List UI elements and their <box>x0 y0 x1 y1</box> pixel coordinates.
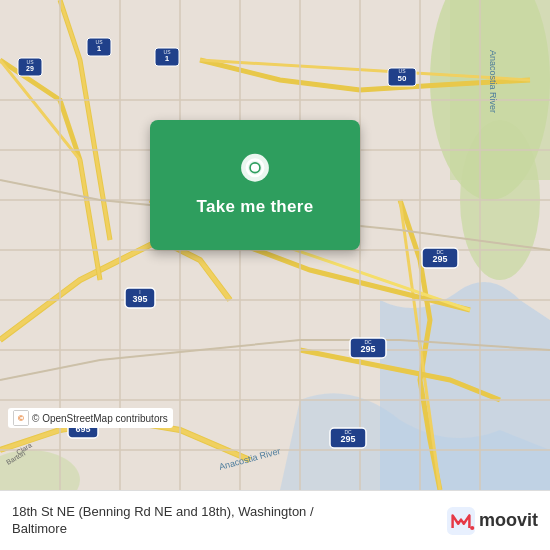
info-bar: 18th St NE (Benning Rd NE and 18th), Was… <box>0 490 550 550</box>
svg-text:DC: DC <box>364 339 372 345</box>
svg-point-57 <box>251 164 259 172</box>
osm-text: © OpenStreetMap contributors <box>32 413 168 424</box>
svg-text:295: 295 <box>340 434 355 444</box>
svg-text:1: 1 <box>97 44 102 53</box>
svg-rect-3 <box>450 0 550 180</box>
svg-text:US: US <box>399 68 407 74</box>
location-name-line2: Baltimore <box>12 521 447 538</box>
svg-text:50: 50 <box>398 74 407 83</box>
svg-text:©: © <box>18 414 24 423</box>
take-me-there-button[interactable]: Take me there <box>150 120 360 250</box>
svg-text:US: US <box>96 39 104 45</box>
moovit-icon <box>447 507 475 535</box>
osm-attribution: © © OpenStreetMap contributors <box>8 408 173 428</box>
svg-text:US: US <box>27 59 35 65</box>
location-name-line1: 18th St NE (Benning Rd NE and 18th), Was… <box>12 504 447 521</box>
svg-text:395: 395 <box>132 294 147 304</box>
svg-text:DC: DC <box>436 249 444 255</box>
svg-text:29: 29 <box>26 65 34 72</box>
location-pin-icon <box>237 153 273 189</box>
svg-text:I: I <box>139 289 140 295</box>
moovit-logo: moovit <box>447 507 538 535</box>
take-me-there-label: Take me there <box>197 197 314 217</box>
svg-text:1: 1 <box>165 54 170 63</box>
svg-text:295: 295 <box>432 254 447 264</box>
svg-text:Anacostia River: Anacostia River <box>488 50 498 113</box>
location-info: 18th St NE (Benning Rd NE and 18th), Was… <box>12 504 447 538</box>
svg-text:US: US <box>164 49 172 55</box>
svg-text:DC: DC <box>344 429 352 435</box>
map-container[interactable]: 1 US 29 US 50 US 395 I 695 I 295 DC 295 … <box>0 0 550 490</box>
svg-text:295: 295 <box>360 344 375 354</box>
moovit-text: moovit <box>479 510 538 531</box>
osm-logo-icon: © <box>13 410 29 426</box>
svg-point-59 <box>470 525 474 529</box>
